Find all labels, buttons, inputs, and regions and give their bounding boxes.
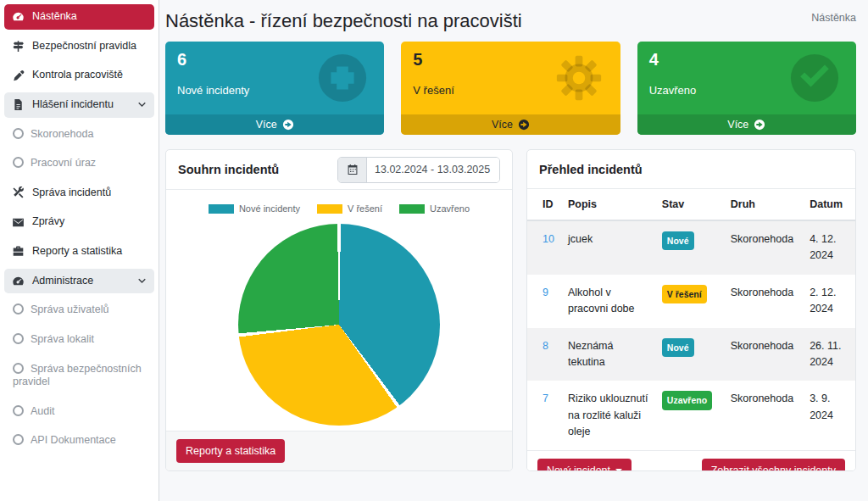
sidebar-item-label: Kontrola pracoviště <box>32 69 123 82</box>
reports-button[interactable]: Reporty a statistika <box>176 439 285 463</box>
tachometer-icon <box>12 275 25 287</box>
summary-panel-body: Nové incidenty V řešení Uzavřeno <box>166 190 512 431</box>
sidebar-item-kontrola-pracoviste[interactable]: Kontrola pracoviště <box>4 63 154 88</box>
sidebar-item-sprava-lokalit[interactable]: Správa lokalit <box>4 327 154 353</box>
legend-swatch <box>317 204 342 214</box>
card-more-link[interactable]: Více <box>401 114 620 135</box>
card-more-link[interactable]: Více <box>165 114 384 135</box>
incident-popis: jcuek <box>561 220 655 275</box>
incidents-panel-title: Přehled incidentů <box>539 163 643 176</box>
sidebar-item-administrace[interactable]: Administrace <box>4 269 154 294</box>
sidebar-item-sprava-uzivatelu[interactable]: Správa uživatelů <box>4 298 154 323</box>
col-header-stav: Stav <box>655 189 724 220</box>
signs-icon <box>12 40 25 53</box>
main-content: Nástěnka - řízení bezpečnosti na pracovi… <box>159 0 868 501</box>
status-badge: V řešení <box>662 285 707 303</box>
more-label: Více <box>492 119 513 131</box>
sidebar-item-label: Skoronehoda <box>31 128 93 140</box>
sidebar-item-sprava-incidentu[interactable]: Správa incidentů <box>4 181 154 206</box>
sidebar-item-label: Zprávy <box>32 215 64 229</box>
incident-datum: 4. 12. 2024 <box>803 220 855 275</box>
sidebar-item-zpravy[interactable]: Zprávy <box>4 209 154 235</box>
sidebar-item-skoronehoda[interactable]: Skoronehoda <box>4 122 154 148</box>
marker-icon <box>12 70 25 82</box>
incident-id-link[interactable]: 9 <box>542 287 548 298</box>
legend-swatch <box>399 204 425 214</box>
show-all-incidents-button[interactable]: Zobrazit všechny incidenty <box>702 459 845 471</box>
card-new-incidents: 6 Nové incidenty Více <box>165 42 384 135</box>
legend-item: V řešení <box>317 203 382 214</box>
sidebar-item-reporty-statistika[interactable]: Reporty a statistika <box>4 239 154 264</box>
more-label: Více <box>727 119 748 131</box>
sidebar-item-pracovni-uraz[interactable]: Pracovní úraz <box>4 151 154 176</box>
page-head: Nástěnka - řízení bezpečnosti na pracovi… <box>165 7 856 42</box>
incident-druh: Skoronehoda <box>724 275 803 328</box>
incident-popis: Riziko uklouznutí na rozlité kaluži olej… <box>561 381 655 450</box>
file-icon <box>12 98 25 111</box>
incident-id-link[interactable]: 8 <box>542 340 548 352</box>
panels-row: Souhrn incidentů Nové incidenty V řešení… <box>165 149 856 471</box>
table-header-row: ID Popis Stav Druh Datum <box>527 189 855 220</box>
page-title: Nástěnka - řízení bezpečnosti na pracovi… <box>165 8 522 33</box>
legend-item: Uzavřeno <box>399 203 470 214</box>
sidebar-item-label: Pracovní úraz <box>31 157 96 169</box>
incidents-table: ID Popis Stav Druh Datum 10 jcuek <box>527 189 855 450</box>
legend-item: Nové incidenty <box>209 203 300 214</box>
chart-legend: Nové incidenty V řešení Uzavřeno <box>209 203 470 214</box>
app: Nástěnka Bezpečnostní pravidla Kontrola … <box>0 0 868 501</box>
sidebar-item-label: Hlášení incidentu <box>32 98 114 112</box>
sidebar-item-label: API Dokumentace <box>31 434 116 446</box>
chevron-down-icon <box>137 276 147 286</box>
card-more-link[interactable]: Více <box>637 114 856 135</box>
breadcrumb: Nástěnka <box>811 7 856 24</box>
col-header-datum: Datum <box>803 189 855 220</box>
calendar-icon <box>338 158 367 182</box>
tachometer-icon <box>12 10 25 23</box>
col-header-id: ID <box>527 189 561 220</box>
incident-popis: Neznámá tekutina <box>561 328 655 381</box>
incidents-panel-header: Přehled incidentů <box>527 150 855 189</box>
summary-panel-title: Souhrn incidentů <box>178 163 279 176</box>
sidebar-item-audit[interactable]: Audit <box>4 399 154 425</box>
table-row: 10 jcuek Nové Skoronehoda 4. 12. 2024 <box>527 220 855 275</box>
sidebar-item-label: Správa lokalit <box>31 333 94 345</box>
sidebar-item-bezpecnostni-pravidla[interactable]: Bezpečnostní pravidla <box>4 34 154 59</box>
incident-id-link[interactable]: 10 <box>542 233 554 245</box>
sidebar-item-nastenka[interactable]: Nástěnka <box>4 4 154 30</box>
envelope-icon <box>12 216 25 229</box>
sidebar-item-label: Správa bezpečnostních pravidel <box>13 363 142 388</box>
table-row: 8 Neznámá tekutina Nové Skoronehoda 26. … <box>527 328 855 381</box>
tools-icon <box>12 186 25 199</box>
incident-id-link[interactable]: 7 <box>542 392 548 404</box>
new-incident-dropdown-button[interactable]: Nový incident <box>537 459 632 471</box>
status-badge: Nové <box>662 231 694 250</box>
sidebar-item-api-dokumentace[interactable]: API Dokumentace <box>4 428 154 454</box>
sidebar-item-label: Správa uživatelů <box>31 303 108 315</box>
summary-panel-footer: Reporty a statistika <box>166 431 512 470</box>
arrow-circle-right-icon <box>754 119 765 131</box>
legend-label: Uzavřeno <box>430 203 470 214</box>
status-cards: 6 Nové incidenty Více 5 V řešení Více <box>165 42 856 135</box>
incident-druh: Skoronehoda <box>724 328 803 381</box>
circle-icon <box>13 157 24 168</box>
gear-icon <box>553 52 605 104</box>
sidebar-item-label: Audit <box>31 405 55 417</box>
status-badge: Uzavřeno <box>662 391 712 409</box>
incidents-panel-footer: Nový incident Zobrazit všechny incidenty <box>527 450 855 471</box>
sidebar-item-sprava-bezpecnostnich-pravidel[interactable]: Správa bezpečnostních pravidel <box>4 357 154 395</box>
check-circle-icon <box>788 52 841 104</box>
sidebar-item-hlaseni-incidentu[interactable]: Hlášení incidentu <box>4 92 154 118</box>
card-closed: 4 Uzavřeno Více <box>637 42 856 135</box>
legend-label: V řešení <box>348 203 382 214</box>
sidebar-item-label: Nástěnka <box>32 10 77 24</box>
plus-circle-icon <box>316 52 369 104</box>
status-badge: Nové <box>662 338 694 357</box>
incident-druh: Skoronehoda <box>724 220 803 275</box>
table-row: 9 Alkohol v pracovni dobe V řešení Skoro… <box>527 275 855 328</box>
summary-panel: Souhrn incidentů Nové incidenty V řešení… <box>165 149 513 471</box>
incidents-table-wrap: ID Popis Stav Druh Datum 10 jcuek <box>527 189 855 450</box>
circle-icon <box>13 333 24 344</box>
table-row: 7 Riziko uklouznutí na rozlité kaluži ol… <box>527 381 855 450</box>
card-in-progress: 5 V řešení Více <box>401 42 620 135</box>
date-range-input[interactable] <box>367 158 499 182</box>
